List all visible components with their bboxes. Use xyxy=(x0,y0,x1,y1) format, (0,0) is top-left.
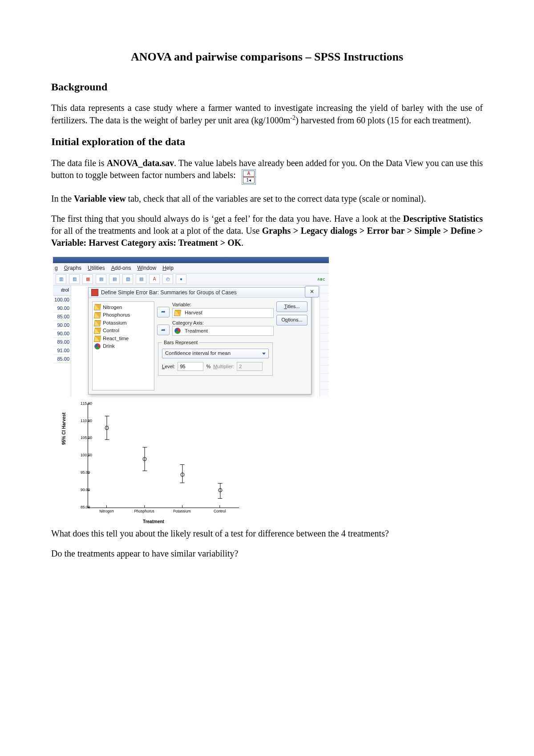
toggle-row-top: A xyxy=(243,171,255,177)
text-vv-b: Variable view xyxy=(74,194,125,203)
data-cell[interactable]: 89.00 xyxy=(53,338,71,346)
chart-mean-point xyxy=(180,472,184,476)
toolbar-icon[interactable]: ▤ xyxy=(136,274,146,284)
chart-x-tick: Nitrogen xyxy=(99,509,113,514)
variable-list-item[interactable]: Nitrogen xyxy=(94,304,152,312)
spss-screenshot: g Graphs Utilities Add-ons Window Help ▥… xyxy=(53,257,329,397)
variable-slot[interactable]: Harvest xyxy=(172,308,274,318)
dialog-icon xyxy=(91,289,98,296)
chart-x-axis-label: Treatment xyxy=(65,519,243,525)
nominal-icon xyxy=(94,343,101,350)
bars-represent-combo[interactable]: Confidence interval for mean xyxy=(162,349,269,358)
menu-item[interactable]: g xyxy=(55,264,58,272)
dialog-titlebar: Define Simple Error Bar: Summaries for G… xyxy=(89,288,311,298)
variable-name: Phosphorus xyxy=(103,312,130,319)
options-button[interactable]: Options... xyxy=(276,315,307,325)
menu-graphs[interactable]: Graphs xyxy=(64,264,81,272)
toolbar-icon[interactable]: ◴ xyxy=(162,274,173,284)
toolbar-icon[interactable]: ▥ xyxy=(56,274,66,284)
text-descr-a: The first thing that you should always d… xyxy=(51,214,403,224)
data-cell[interactable]: 100.00 xyxy=(53,296,71,304)
scale-icon xyxy=(94,304,101,310)
data-cell[interactable]: 85.00 xyxy=(53,313,71,321)
menu-utilities[interactable]: Utilities xyxy=(88,264,105,272)
paragraph-descriptives: The first thing that you should always d… xyxy=(51,213,483,249)
chart-mean-point xyxy=(105,426,109,430)
toolbar-icon[interactable]: ▥ xyxy=(69,274,80,284)
variable-slot-value: Harvest xyxy=(185,309,202,317)
paragraph-datafile: The data file is ANOVA_data.sav. The val… xyxy=(51,157,483,185)
data-cell[interactable]: 91.00 xyxy=(53,346,71,355)
bars-represent-legend: Bars Represent xyxy=(162,339,199,346)
text-background-sup: -2 xyxy=(290,114,295,121)
level-input[interactable] xyxy=(178,362,203,371)
toolbar-icon[interactable]: ▧ xyxy=(122,274,133,284)
level-percent: % xyxy=(206,363,210,370)
toolbar-icon[interactable]: ▦ xyxy=(82,274,93,284)
data-grid-edge xyxy=(320,285,329,397)
multiplier-label: Multiplier: xyxy=(213,363,234,370)
dialog-close-button[interactable]: ✕ xyxy=(305,286,319,297)
toggle-row-bottom: 1◂ xyxy=(243,177,255,183)
data-column: ıtrol 100.00 90.00 85.00 90.00 90.00 89.… xyxy=(53,285,71,397)
chart-y-tick: 85.00 xyxy=(81,505,87,510)
chevron-down-icon xyxy=(262,353,266,355)
category-slot-value: Treatment xyxy=(185,328,208,335)
variable-list-item[interactable]: Potassium xyxy=(94,319,152,327)
spss-titlebar-stripe xyxy=(53,257,329,263)
variable-name: Nitrogen xyxy=(103,304,122,311)
menu-help[interactable]: Help xyxy=(162,264,174,272)
data-cell[interactable]: 90.00 xyxy=(53,329,71,338)
chart-y-axis-label: 95% CI Harvest xyxy=(61,412,67,444)
toolbar-icon[interactable]: ▤ xyxy=(96,274,106,284)
move-category-button[interactable]: ➦ xyxy=(157,325,170,335)
chart-y-tick: 110.00 xyxy=(81,419,87,423)
chart-x-tick: Phosphorus xyxy=(134,509,154,514)
multiplier-input xyxy=(237,362,263,371)
menu-window[interactable]: Window xyxy=(137,264,156,272)
toolbar-icon[interactable]: A xyxy=(149,274,160,284)
text-descr-c: for all of the treatments and look at a … xyxy=(51,226,262,236)
nominal-icon xyxy=(174,328,181,334)
question-1: What does this tell you about the likely… xyxy=(51,528,483,540)
text-vv-c: tab, check that all of the variables are… xyxy=(126,194,426,203)
variable-label: Variable: xyxy=(172,301,274,308)
data-cell[interactable]: 90.00 xyxy=(53,321,71,329)
chart-x-tick: Control xyxy=(214,509,226,514)
heading-explore: Initial exploration of the data xyxy=(51,134,483,149)
chart-mean-point xyxy=(218,488,222,492)
scale-icon xyxy=(94,328,101,334)
scale-icon xyxy=(94,312,101,318)
variable-name: Drink xyxy=(103,343,115,350)
toolbar-icon[interactable]: ▤ xyxy=(109,274,120,284)
text-descr-b: Descriptive Statistics xyxy=(403,214,483,224)
level-label: Level: xyxy=(162,363,175,370)
category-axis-slot[interactable]: Treatment xyxy=(172,326,274,336)
spss-menubar: g Graphs Utilities Add-ons Window Help xyxy=(53,263,329,273)
chart-y-tick: 95.00 xyxy=(81,470,87,475)
category-axis-label: Category Axis: xyxy=(172,320,274,326)
chart-plot-area xyxy=(88,404,239,508)
variable-list-item[interactable]: Drink xyxy=(94,342,152,350)
variable-list-item[interactable]: Control xyxy=(94,327,152,335)
scale-icon xyxy=(94,320,101,326)
toolbar-icon[interactable]: ᴀʙᴄ xyxy=(316,275,326,284)
move-variable-button[interactable]: ➦ xyxy=(157,307,170,317)
menu-addons[interactable]: Add-ons xyxy=(111,264,131,272)
variable-list-item[interactable]: React_time xyxy=(94,335,152,343)
value-labels-toggle-icon: A 1◂ xyxy=(242,169,256,185)
page-title: ANOVA and pairwise comparisons – SPSS In… xyxy=(51,49,483,65)
variable-name: React_time xyxy=(103,335,129,342)
variable-name: Potassium xyxy=(103,320,127,327)
toolbar-icon[interactable]: ● xyxy=(176,274,186,284)
text-file-a: The data file is xyxy=(51,158,107,168)
paragraph-background: This data represents a case study where … xyxy=(51,102,483,126)
paragraph-variable-view: In the Variable view tab, check that all… xyxy=(51,193,483,205)
titles-button[interactable]: Titles... xyxy=(276,301,307,312)
spss-toolbar: ▥ ▥ ▦ ▤ ▤ ▧ ▤ A ◴ ● ᴀʙᴄ xyxy=(53,273,329,285)
data-cell[interactable]: 90.00 xyxy=(53,304,71,313)
variable-list-item[interactable]: Phosphorus xyxy=(94,311,152,319)
variable-list[interactable]: Nitrogen Phosphorus Potassium Control Re… xyxy=(92,301,154,390)
scale-icon xyxy=(94,336,101,342)
data-cell[interactable]: 85.00 xyxy=(53,355,71,363)
